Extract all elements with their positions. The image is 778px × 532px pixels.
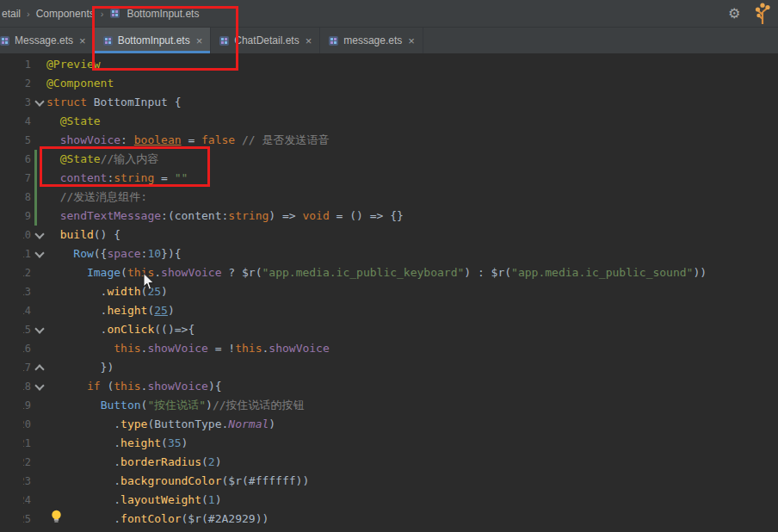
breadcrumb-item-etail[interactable]: etail	[2, 8, 21, 20]
ets-file-icon	[328, 35, 339, 46]
fold-expand-icon[interactable]	[34, 96, 44, 106]
code-token: "按住说话"	[147, 399, 206, 411]
code-token: )	[206, 399, 213, 411]
tab-bottominput-ets[interactable]: BottomInput.ets ×	[95, 28, 212, 53]
code-token: showVoice	[147, 380, 207, 393]
line-number[interactable]: 19	[23, 396, 31, 415]
tab-message2-ets[interactable]: message.ets ×	[320, 28, 423, 53]
line-number[interactable]: 5	[25, 131, 31, 150]
line-number[interactable]: 7	[25, 169, 31, 188]
line-number[interactable]: 17	[23, 358, 31, 377]
line-number[interactable]: 23	[23, 472, 31, 491]
code-token	[46, 133, 60, 146]
line-number[interactable]: 9	[25, 207, 31, 226]
line-number[interactable]: 18	[23, 377, 31, 396]
code-line[interactable]: 17 })	[0, 358, 778, 377]
code-token	[46, 342, 114, 355]
ets-file-icon	[102, 35, 114, 46]
line-number[interactable]: 25	[23, 510, 31, 529]
line-number[interactable]: 12	[23, 263, 31, 282]
code-line[interactable]: 15 .onClick(()=>{	[0, 320, 778, 339]
tab-message-ets[interactable]: Message.ets ×	[0, 28, 95, 53]
code-line[interactable]: 25 .fontColor($r(#2A2929))	[0, 510, 778, 529]
code-line[interactable]: 20 .type(ButtonType.Normal)	[0, 415, 778, 434]
settings-gear-icon[interactable]: ⚙	[728, 3, 740, 25]
line-number[interactable]: 4	[25, 112, 31, 131]
line-number[interactable]: 6	[25, 150, 31, 169]
code-token	[235, 133, 242, 146]
line-number[interactable]: 10	[23, 226, 31, 244]
code-line[interactable]: 5 showVoice: boolean = false // 是否发送语音	[0, 131, 778, 150]
code-token	[46, 152, 60, 165]
code-text: .onClick(()=>{	[46, 320, 194, 339]
code-line[interactable]: 23 .backgroundColor($r(#ffffff))	[0, 472, 778, 491]
code-text: Image(this.showVoice ? $r("app.media.ic_…	[46, 263, 707, 282]
line-number[interactable]: 13	[23, 282, 31, 301]
code-token: @State	[60, 114, 101, 127]
code-line[interactable]: 7 content:string = ""	[0, 169, 778, 188]
close-icon[interactable]: ×	[79, 34, 86, 47]
code-line[interactable]: 10 build() {	[0, 226, 778, 244]
code-token: "app.media.ic_public_sound"	[511, 266, 693, 279]
code-text: Row({space:10}){	[46, 244, 182, 263]
code-line[interactable]: 19 Button("按住说话")//按住说话的按钮	[0, 396, 778, 415]
line-number[interactable]: 14	[23, 301, 31, 320]
code-line[interactable]: 6 @State//输入内容	[0, 150, 778, 169]
code-line[interactable]: 4 @State	[0, 112, 778, 131]
code-line[interactable]: 13 .width(25)	[0, 282, 778, 301]
line-number[interactable]: 8	[25, 188, 31, 207]
code-line[interactable]: 22 .borderRadius(2)	[0, 453, 778, 472]
code-line[interactable]: 21 .height(35)	[0, 434, 778, 453]
close-icon[interactable]: ×	[196, 34, 203, 47]
code-line[interactable]: 12 Image(this.showVoice ? $r("app.media.…	[0, 263, 778, 282]
code-token: @State	[60, 152, 101, 165]
line-number[interactable]: 11	[23, 244, 31, 263]
code-token: Normal	[228, 418, 269, 430]
code-token: .	[46, 493, 120, 506]
code-token: .	[154, 266, 161, 279]
code-token: )	[161, 285, 168, 298]
code-line[interactable]: 14 .height(25)	[0, 301, 778, 320]
code-token: false	[201, 133, 235, 146]
code-line[interactable]: 8 //发送消息组件:	[0, 188, 778, 207]
code-token	[46, 190, 60, 203]
fold-collapse-icon[interactable]	[34, 364, 44, 374]
line-number[interactable]: 2	[25, 74, 31, 93]
code-token: boolean	[134, 133, 182, 146]
line-number[interactable]: 22	[23, 453, 31, 472]
line-number[interactable]: 16	[23, 339, 31, 358]
code-token: content	[60, 171, 108, 184]
code-token	[46, 247, 73, 260]
fold-expand-icon[interactable]	[34, 380, 44, 390]
close-icon[interactable]: ×	[408, 34, 415, 47]
fold-expand-icon[interactable]	[34, 248, 44, 257]
code-line[interactable]: 1@Preview	[0, 55, 778, 74]
code-line[interactable]: 11 Row({space:10}){	[0, 244, 778, 263]
code-line[interactable]: 2@Component	[0, 74, 778, 93]
code-line[interactable]: 9 sendTextMessage:(content:string) => vo…	[0, 207, 778, 226]
line-number[interactable]: 15	[23, 320, 31, 339]
code-editor[interactable]: 1@Preview2@Component3struct BottomInput …	[0, 53, 778, 532]
code-token: onClick	[107, 323, 154, 336]
avatar-icon[interactable]	[751, 3, 775, 25]
code-line[interactable]: 18 if (this.showVoice){	[0, 377, 778, 396]
code-token	[46, 228, 60, 241]
fold-expand-icon[interactable]	[34, 229, 44, 238]
line-number[interactable]: 24	[23, 491, 31, 510]
tab-chatdetail-ets[interactable]: ChatDetail.ets ×	[211, 28, 320, 53]
code-line[interactable]: 3struct BottomInput {	[0, 93, 778, 112]
code-token: 2	[208, 455, 215, 468]
code-line[interactable]: 16 this.showVoice = !this.showVoice	[0, 339, 778, 358]
close-icon[interactable]: ×	[306, 34, 312, 47]
code-token: BottomInput {	[94, 96, 182, 108]
fold-expand-icon[interactable]	[34, 324, 44, 333]
intention-bulb-icon[interactable]	[50, 510, 63, 524]
code-line[interactable]: 24 .layoutWeight(1)	[0, 491, 778, 510]
breadcrumb-item-components[interactable]: Components	[36, 8, 95, 20]
line-number[interactable]: 21	[23, 434, 31, 453]
line-number[interactable]: 1	[25, 55, 31, 74]
line-number[interactable]: 20	[23, 415, 31, 434]
tab-label: Message.ets	[15, 34, 73, 46]
line-number[interactable]: 3	[25, 93, 31, 112]
breadcrumb-item-file[interactable]: BottomInput.ets	[127, 8, 199, 20]
